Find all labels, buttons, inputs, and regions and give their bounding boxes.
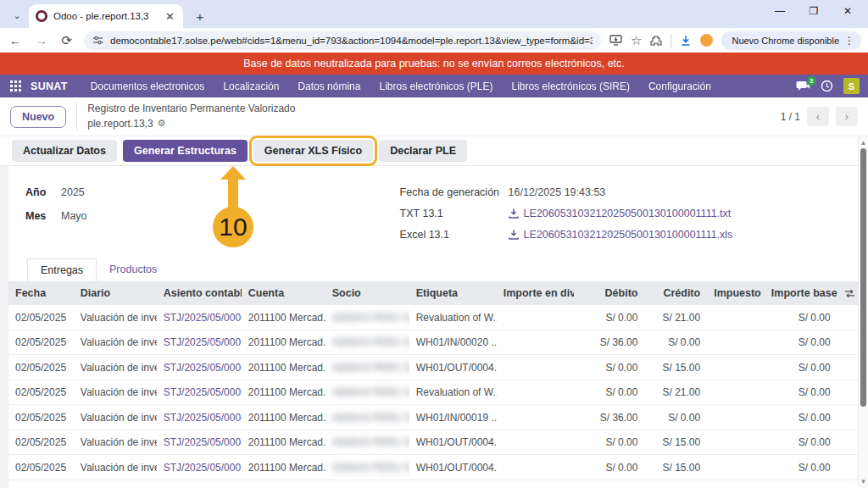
excel-download-link[interactable]: LE2060531032120250500130100001111.xls [509, 229, 733, 241]
cell-socio[interactable]: ADIDAS PERU S.A.C [326, 480, 409, 488]
new-record-button[interactable]: Nuevo [10, 106, 66, 128]
cell-socio[interactable]: ADIDAS PERU S.A.C [326, 430, 409, 455]
back-icon[interactable]: ← [7, 33, 24, 47]
forward-icon[interactable]: → [32, 33, 49, 47]
cell-credito[interactable]: S/ 15.00 [644, 430, 707, 455]
cell-importe-div[interactable] [497, 305, 574, 330]
cell-importe-div[interactable] [497, 405, 574, 430]
cell-etiqueta[interactable]: WH01/IN/00019 ... [409, 405, 497, 430]
col-fecha[interactable]: Fecha [8, 281, 74, 305]
cell-importe-base[interactable]: S/ 0.00 [765, 330, 837, 355]
tab-close-icon[interactable]: ✕ [164, 10, 176, 23]
cell-asiento[interactable]: STJ/2025/05/0006 [157, 355, 242, 380]
reload-icon[interactable]: ⟳ [58, 33, 75, 48]
cell-socio[interactable]: ADIDAS PERU S.A.C [326, 330, 409, 355]
cell-importe-base[interactable]: S/ 0.00 [765, 455, 837, 480]
cell-credito[interactable]: S/ 15.00 [644, 480, 707, 488]
maximize-button[interactable]: ❐ [798, 0, 829, 22]
downloads-icon[interactable] [680, 35, 692, 47]
apps-grid-icon[interactable] [10, 80, 22, 92]
menu-configuracion[interactable]: Configuración [641, 80, 719, 92]
browser-tab[interactable]: Odoo - ple.report.13,3 ✕ [29, 4, 183, 28]
extensions-icon[interactable] [650, 35, 662, 47]
cell-importe-base[interactable]: S/ 0.00 [765, 380, 837, 405]
table-row[interactable]: 02/05/2025Valuación de inve...STJ/2025/0… [8, 480, 858, 488]
col-asiento[interactable]: Asiento contable [157, 281, 242, 305]
cell-impuesto[interactable] [707, 455, 765, 480]
cell-importe-div[interactable] [497, 455, 574, 480]
address-bar[interactable]: democontable17.solse.pe/web#cids=1&menu_… [84, 31, 601, 50]
adjust-columns-icon[interactable] [844, 289, 851, 298]
cell-socio[interactable]: ADIDAS PERU S.A.C [326, 380, 409, 405]
cell-debito[interactable]: S/ 0.00 [574, 380, 645, 405]
col-cuenta[interactable]: Cuenta [242, 281, 326, 305]
cell-cuenta[interactable]: 2011100 Mercad... [242, 305, 326, 330]
cell-fecha[interactable]: 02/05/2025 [8, 380, 74, 405]
cell-credito[interactable]: S/ 15.00 [644, 355, 707, 380]
cell-importe-base[interactable]: S/ 0.00 [765, 430, 837, 455]
cell-importe-div[interactable] [497, 480, 574, 488]
cell-asiento[interactable]: STJ/2025/05/0002 [157, 455, 242, 480]
cell-asiento[interactable]: STJ/2025/05/0008 [157, 305, 242, 330]
cell-debito[interactable]: S/ 0.00 [574, 455, 645, 480]
cell-credito[interactable]: S/ 15.00 [644, 455, 707, 480]
cell-socio[interactable]: ADIDAS PERU S.A.C [326, 455, 409, 480]
app-brand[interactable]: SUNAT [31, 80, 68, 92]
activities-clock-icon[interactable] [821, 80, 833, 92]
vertical-scrollbar[interactable]: ▲ ▼ [858, 136, 868, 488]
cell-fecha[interactable]: 02/05/2025 [8, 305, 74, 330]
cell-asiento[interactable]: STJ/2025/05/0005 [157, 380, 242, 405]
cell-cuenta[interactable]: 2011100 Mercad... [242, 480, 326, 488]
tab-search-icon[interactable]: ⌄ [7, 6, 27, 26]
cell-etiqueta[interactable]: WH01/OUT/0004... [409, 355, 497, 380]
cell-impuesto[interactable] [707, 330, 765, 355]
cell-importe-div[interactable] [497, 380, 574, 405]
col-credito[interactable]: Crédito [644, 281, 707, 305]
cell-cuenta[interactable]: 2011100 Mercad... [242, 430, 326, 455]
browser-menu-icon[interactable]: ⋮ [844, 35, 854, 47]
minimize-button[interactable]: — [765, 0, 795, 22]
cell-importe-base[interactable]: S/ 0.00 [765, 305, 837, 330]
cell-impuesto[interactable] [707, 405, 765, 430]
menu-documentos-electronicos[interactable]: Documentos electronicos [83, 80, 213, 92]
cell-etiqueta[interactable]: WH01/OUT/0004... [409, 480, 497, 488]
scroll-down-icon[interactable]: ▼ [859, 478, 868, 485]
cell-socio[interactable]: ADIDAS PERU S.A.C [326, 405, 409, 430]
cell-asiento[interactable]: STJ/2025/05/0004 [157, 405, 242, 430]
cell-etiqueta[interactable]: WH01/OUT/0004... [409, 455, 497, 480]
cell-diario[interactable]: Valuación de inve... [74, 355, 157, 380]
cell-socio[interactable]: ADIDAS PERU S.A.C [326, 355, 409, 380]
new-tab-button[interactable]: + [190, 6, 210, 26]
year-field[interactable]: 2025 [61, 186, 85, 198]
cell-diario[interactable]: Valuación de inve... [74, 405, 157, 430]
col-debito[interactable]: Débito [574, 281, 645, 305]
cell-socio[interactable]: ADIDAS PERU S.A.C [326, 305, 409, 330]
cell-debito[interactable]: S/ 0.00 [574, 305, 645, 330]
pager-next-button[interactable]: › [836, 107, 858, 126]
col-diario[interactable]: Diario [74, 281, 157, 305]
cell-cuenta[interactable]: 2011100 Mercad... [242, 330, 326, 355]
cell-fecha[interactable]: 02/05/2025 [8, 330, 74, 355]
cell-asiento[interactable]: STJ/2025/05/0003 [157, 430, 242, 455]
pager-prev-button[interactable]: ‹ [807, 107, 829, 126]
generate-xls-button[interactable]: Generar XLS Físico [253, 140, 373, 162]
cell-importe-div[interactable] [497, 355, 574, 380]
update-data-button[interactable]: Actualizar Datos [12, 140, 117, 162]
user-avatar[interactable]: S [843, 78, 860, 94]
cell-diario[interactable]: Valuación de inve... [74, 305, 157, 330]
table-row[interactable]: 02/05/2025Valuación de inve...STJ/2025/0… [8, 455, 858, 480]
chat-icon[interactable]: 2 [796, 80, 810, 92]
cell-etiqueta[interactable]: WH01/OUT/0004... [409, 430, 497, 455]
chrome-update-button[interactable]: Nuevo Chrome disponible ⋮ [721, 31, 861, 50]
table-row[interactable]: 02/05/2025Valuación de inve...STJ/2025/0… [8, 405, 858, 430]
tab-productos[interactable]: Productos [97, 258, 170, 281]
cell-etiqueta[interactable]: WH01/IN/00020 ... [409, 330, 497, 355]
cell-impuesto[interactable] [707, 480, 765, 488]
generate-structures-button[interactable]: Generar Estructuras [123, 140, 248, 162]
scroll-up-icon[interactable]: ▲ [859, 139, 868, 147]
col-socio[interactable]: Socio [326, 281, 409, 305]
cell-debito[interactable]: S/ 36.00 [574, 405, 645, 430]
cell-diario[interactable]: Valuación de inve... [74, 480, 157, 488]
txt-download-link[interactable]: LE2060531032120250500130100001111.txt [509, 208, 732, 219]
cell-fecha[interactable]: 02/05/2025 [8, 455, 74, 480]
